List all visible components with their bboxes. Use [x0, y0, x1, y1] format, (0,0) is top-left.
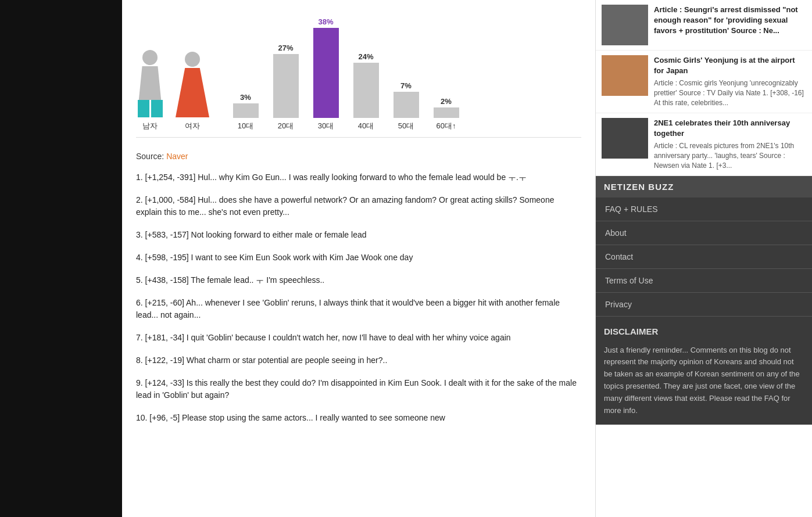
- comment-item: 7. [+181, -34] I quit 'Goblin' because I…: [136, 332, 581, 344]
- disclaimer-text: Just a friendly reminder... Comments on …: [604, 344, 804, 417]
- bar-pct-label: 7%: [400, 81, 412, 90]
- bar-group-40대: 24% 40대: [347, 52, 385, 131]
- bar-age-label: 10대: [238, 121, 253, 131]
- news-item: Cosmic Girls' Yeonjung is at the airport…: [596, 51, 812, 113]
- disclaimer: DISCLAIMER Just a friendly reminder... C…: [596, 317, 812, 425]
- male-figure: 남자: [136, 50, 164, 131]
- bar-rect: [273, 54, 299, 118]
- bar-rect: [394, 92, 419, 118]
- sidebar-nav-item[interactable]: Privacy: [596, 293, 812, 317]
- female-figure: 여자: [176, 52, 209, 131]
- male-label: 남자: [142, 121, 158, 131]
- news-thumb: [602, 118, 648, 159]
- bar-group-20대: 27% 20대: [267, 44, 305, 131]
- bar-age-label: 30대: [318, 121, 334, 131]
- source-line: Source: Naver: [136, 152, 581, 161]
- bar-pct-label: 2%: [441, 97, 452, 106]
- bar-group-60대↑: 2% 60대↑: [427, 97, 465, 131]
- main-content: 남자 여자 3% 10대 27% 20대 38% 30대 24% 40대: [122, 0, 595, 517]
- bar-pct-label: 27%: [278, 44, 293, 52]
- bar-rect: [313, 28, 339, 118]
- bar-group-10대: 3% 10대: [227, 93, 264, 131]
- comment-item: 6. [+215, -60] Ah... whenever I see 'Gob…: [136, 297, 581, 321]
- bar-age-label: 40대: [358, 121, 374, 131]
- chart-wrapper: 남자 여자 3% 10대 27% 20대 38% 30대 24% 40대: [136, 12, 581, 138]
- comment-item: 10. [+96, -5] Please stop using the same…: [136, 412, 581, 424]
- news-thumb: [602, 5, 648, 45]
- left-black-panel: [0, 0, 122, 517]
- news-title[interactable]: Article : Seungri's arrest dismissed "no…: [654, 5, 806, 37]
- sidebar-nav-item[interactable]: Terms of Use: [596, 269, 812, 293]
- news-text: 2NE1 celebrates their 10th anniversay to…: [654, 118, 806, 171]
- comment-item: 3. [+583, -157] Not looking forward to e…: [136, 229, 581, 241]
- female-label: 여자: [185, 121, 200, 131]
- news-desc: Article : Cosmic girls Yeonjung 'unrecog…: [654, 78, 806, 107]
- bar-group-50대: 7% 50대: [387, 81, 425, 131]
- news-list: Article : Seungri's arrest dismissed "no…: [596, 0, 812, 176]
- comment-item: 4. [+598, -195] I want to see Kim Eun So…: [136, 252, 581, 264]
- comment-item: 9. [+124, -33] Is this really the best t…: [136, 377, 581, 401]
- figure-section: 남자 여자: [136, 50, 227, 131]
- news-thumb: [602, 55, 648, 96]
- bar-pct-label: 38%: [318, 17, 333, 26]
- female-head: [185, 52, 200, 67]
- news-text: Cosmic Girls' Yeonjung is at the airport…: [654, 55, 806, 108]
- male-head: [142, 50, 158, 65]
- source-text: Source: [136, 152, 162, 161]
- news-title[interactable]: Cosmic Girls' Yeonjung is at the airport…: [654, 55, 806, 76]
- nav-header: NETIZEN BUZZ: [596, 176, 812, 198]
- news-text: Article : Seungri's arrest dismissed "no…: [654, 5, 806, 45]
- sidebar-nav-item[interactable]: FAQ + RULES: [596, 198, 812, 221]
- comment-item: 1. [+1,254, -391] Hul... why Kim Go Eun.…: [136, 171, 581, 184]
- sidebar-nav-item[interactable]: Contact: [596, 245, 812, 269]
- news-desc: Article : CL reveals pictures from 2NE1'…: [654, 141, 806, 170]
- bar-age-label: 50대: [398, 121, 414, 131]
- bar-rect: [353, 63, 379, 118]
- source-link[interactable]: Naver: [166, 152, 188, 161]
- comment-item: 5. [+438, -158] The female lead.. ㅜ I'm …: [136, 274, 581, 286]
- bar-pct-label: 24%: [358, 52, 373, 61]
- nav-items: FAQ + RULESAboutContactTerms of UsePriva…: [596, 198, 812, 317]
- bar-rect: [434, 107, 459, 118]
- chart-area: 남자 여자 3% 10대 27% 20대 38% 30대 24% 40대: [136, 12, 581, 138]
- bar-section: 3% 10대 27% 20대 38% 30대 24% 40대 7% 50대 2%…: [227, 17, 581, 131]
- news-item: 2NE1 celebrates their 10th anniversay to…: [596, 113, 812, 176]
- disclaimer-title: DISCLAIMER: [604, 325, 804, 339]
- comment-item: 2. [+1,000, -584] Hul... does she have a…: [136, 194, 581, 218]
- bar-age-label: 20대: [278, 121, 294, 131]
- bar-pct-label: 3%: [240, 93, 251, 102]
- bar-rect: [233, 103, 259, 118]
- news-title[interactable]: 2NE1 celebrates their 10th anniversay to…: [654, 118, 806, 139]
- news-item: Article : Seungri's arrest dismissed "no…: [596, 0, 812, 51]
- comment-item: 8. [+122, -19] What charm or star potent…: [136, 354, 581, 367]
- sidebar-nav: NETIZEN BUZZ FAQ + RULESAboutContactTerm…: [596, 176, 812, 317]
- bar-age-label: 60대↑: [437, 121, 456, 131]
- sidebar-nav-item[interactable]: About: [596, 221, 812, 245]
- sidebar: Article : Seungri's arrest dismissed "no…: [595, 0, 812, 517]
- bar-group-30대: 38% 30대: [307, 17, 345, 131]
- comments-section: 1. [+1,254, -391] Hul... why Kim Go Eun.…: [136, 171, 581, 424]
